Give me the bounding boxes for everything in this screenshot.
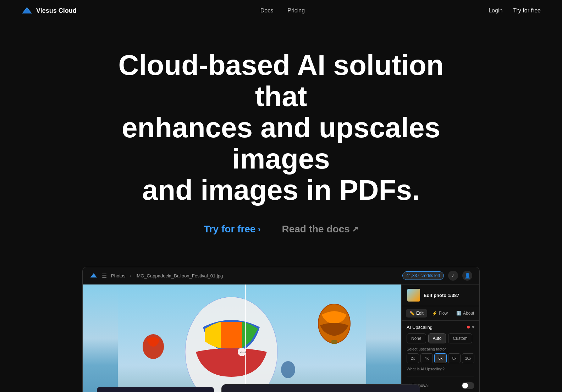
hero-cta: Try for free › Read the docs ↗: [21, 223, 541, 235]
balloon-photo: ⟺: [83, 285, 401, 392]
section-status-dot: [467, 326, 470, 328]
nav-docs[interactable]: Docs: [260, 7, 273, 14]
login-link[interactable]: Login: [489, 7, 502, 14]
brand-name: Viesus Cloud: [36, 7, 77, 15]
hero-title-line3: and images in PDFs.: [142, 174, 420, 206]
nav-links: Docs Pricing: [260, 7, 305, 14]
tab-about[interactable]: ℹ️ About: [453, 309, 478, 318]
user-icon-btn[interactable]: 👤: [462, 271, 472, 281]
upscaling-auto-btn[interactable]: Auto: [428, 333, 446, 343]
removal-toggle[interactable]: [462, 382, 474, 389]
factor-10x[interactable]: 10x: [462, 353, 474, 363]
breadcrumb-filename: IMG_Cappadocia_Balloon_Festival_01.jpg: [136, 273, 223, 278]
svg-point-13: [281, 361, 295, 378]
main-image-area: ⟺ 1 mutation { 2 createEnhancedImage( 3: [83, 285, 401, 392]
factor-4x[interactable]: 4x: [420, 353, 433, 363]
edit-photo-title: Edit photo 1/387: [424, 293, 459, 298]
section-title: AI Upscaling: [407, 325, 432, 330]
factor-2x[interactable]: 2x: [407, 353, 419, 363]
upscaling-custom-btn[interactable]: Custom: [448, 333, 472, 343]
factor-6x[interactable]: 6x: [434, 353, 447, 363]
app-sidebar: Edit photo 1/387 ✏️ Edit ⚡ Flow ℹ️ About: [401, 285, 479, 392]
try-free-arrow: ›: [258, 224, 260, 234]
hero-section: Cloud-based AI solution that enhances an…: [0, 21, 562, 256]
svg-marker-2: [90, 273, 97, 277]
code-snippet: 1 mutation { 2 createEnhancedImage( 3 ..…: [97, 387, 214, 392]
section-collapse-icon[interactable]: ▾: [472, 324, 474, 330]
svg-rect-11: [331, 340, 337, 344]
upscaling-none-btn[interactable]: None: [407, 333, 426, 343]
ai-upscaling-section: AI Upscaling ▾ None Auto Custom Select u…: [402, 321, 479, 392]
nav-actions: Login Try for free: [489, 7, 541, 14]
nav-try-free-link[interactable]: Try for free: [513, 7, 541, 14]
app-body: ⟺ 1 mutation { 2 createEnhancedImage( 3: [83, 285, 479, 392]
hero-title: Cloud-based AI solution that enhances an…: [95, 50, 467, 206]
factor-label: Select upscaling factor: [407, 347, 474, 351]
flow-icon: ⚡: [432, 311, 437, 316]
svg-text:⟺: ⟺: [240, 350, 246, 355]
read-docs-button[interactable]: Read the docs ↗: [282, 223, 358, 235]
info-icon: ℹ️: [456, 311, 462, 316]
hamburger-icon[interactable]: ☰: [102, 272, 107, 279]
photo-thumbnail: [407, 289, 420, 302]
cookie-banner: We use cookies to analyze site performan…: [221, 384, 420, 392]
upscaling-options: None Auto Custom: [407, 333, 474, 343]
check-icon-btn[interactable]: ✓: [448, 271, 458, 281]
hero-title-line1: Cloud-based AI solution that: [119, 49, 444, 112]
ai-upscaling-info-link[interactable]: What is AI Upscaling?: [407, 367, 474, 371]
app-logo-icon: [90, 273, 98, 278]
edit-pen-icon: ✏️: [409, 311, 415, 316]
factor-8x[interactable]: 8x: [448, 353, 461, 363]
hero-title-line2: enhances and upscales images: [122, 112, 440, 175]
section-header: AI Upscaling ▾: [407, 324, 474, 330]
app-topbar: ☰ Photos › IMG_Cappadocia_Balloon_Festiv…: [83, 267, 479, 285]
logo[interactable]: Viesus Cloud: [21, 6, 77, 15]
app-topbar-right: 41,337 credits left ✓ 👤: [402, 271, 472, 281]
tab-edit[interactable]: ✏️ Edit: [406, 309, 427, 318]
tab-flow[interactable]: ⚡ Flow: [429, 309, 451, 318]
factor-options: 2x 4x 6x 8x 10x: [407, 353, 474, 363]
navbar: Viesus Cloud Docs Pricing Login Try for …: [0, 0, 562, 21]
app-window: ☰ Photos › IMG_Cappadocia_Balloon_Festiv…: [82, 267, 480, 392]
balloon-art-svg: ⟺: [83, 285, 401, 392]
breadcrumb-separator: ›: [130, 273, 131, 278]
docs-arrow-icon: ↗: [352, 225, 358, 234]
sidebar-tabs: ✏️ Edit ⚡ Flow ℹ️ About: [402, 306, 479, 321]
logo-icon: [21, 6, 33, 15]
app-breadcrumb: ☰ Photos › IMG_Cappadocia_Balloon_Festiv…: [90, 272, 223, 279]
app-preview: ☰ Photos › IMG_Cappadocia_Balloon_Festiv…: [68, 267, 494, 392]
nav-pricing[interactable]: Pricing: [287, 7, 305, 14]
try-free-button[interactable]: Try for free ›: [204, 223, 260, 235]
breadcrumb-photos[interactable]: Photos: [111, 273, 125, 278]
credits-badge: 41,337 credits left: [402, 271, 444, 280]
sidebar-photo-header: Edit photo 1/387: [402, 285, 479, 306]
